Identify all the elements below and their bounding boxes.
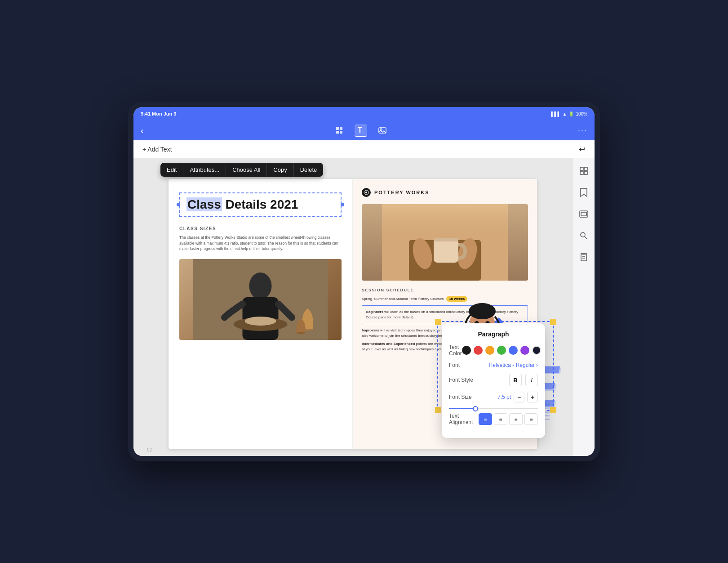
color-dark[interactable] — [532, 346, 541, 355]
font-increase-button[interactable]: + — [527, 392, 538, 402]
svg-rect-42 — [581, 212, 586, 216]
context-edit[interactable]: Edit — [160, 163, 183, 177]
intermediates-bold: Intermediates and Experienced — [362, 342, 415, 346]
battery-percent: 100% — [576, 112, 587, 116]
title-box[interactable]: Class Details 2021 — [179, 192, 342, 217]
color-red[interactable] — [474, 346, 483, 355]
pottery-image — [362, 204, 528, 281]
session-text: Spring, Summer and Autumn Term Pottery C… — [362, 297, 444, 301]
right-sidebar — [572, 158, 595, 456]
font-label: Font — [449, 362, 460, 368]
svg-rect-18 — [382, 204, 508, 240]
align-left-button[interactable]: ≡ — [479, 413, 492, 425]
align-buttons: ≡ ≡ ≡ ≡ — [479, 413, 538, 425]
page-title: Class Details 2021 — [186, 198, 334, 212]
color-purple[interactable] — [520, 346, 529, 355]
status-time: 9:41 Mon Jun 3 — [141, 111, 176, 116]
pottery-photo — [179, 259, 342, 340]
device-screen: 9:41 Mon Jun 3 ▌▌▌ ▲ 🔋 100% ‹ T — [133, 107, 595, 456]
paragraph-panel: Paragraph Text Color — [442, 323, 545, 438]
pottery-name: POTTERY WORKS — [374, 190, 430, 195]
search-icon[interactable] — [577, 228, 591, 243]
font-row: Font Helvetica - Regular › — [449, 362, 538, 368]
device-frame: 9:41 Mon Jun 3 ▌▌▌ ▲ 🔋 100% ‹ T — [128, 102, 600, 461]
improvers-bold: Improvers — [362, 328, 379, 332]
slider-fill — [449, 408, 475, 409]
slider-thumb — [473, 406, 478, 411]
font-size-slider[interactable] — [449, 408, 538, 409]
nav-bar: ‹ T — [133, 121, 595, 140]
more-button[interactable]: ··· — [578, 126, 587, 135]
back-button[interactable]: ‹ — [141, 125, 144, 136]
svg-point-43 — [581, 232, 585, 237]
context-attributes[interactable]: Attributes... — [183, 163, 226, 177]
document-area: Edit Attributes... Choose All Copy Delet… — [133, 158, 572, 456]
battery-icon: 🔋 — [568, 112, 574, 116]
svg-rect-38 — [584, 167, 587, 170]
context-menu: Edit Attributes... Choose All Copy Delet… — [160, 163, 323, 177]
session-heading: SESSION SCHEDULE — [362, 288, 528, 292]
text-align-row: Text Alignment ≡ ≡ ≡ ≡ — [449, 413, 538, 425]
font-style-label: Font Style — [449, 377, 473, 383]
pottery-logo — [362, 188, 371, 197]
svg-point-4 — [249, 273, 272, 299]
layers-icon[interactable] — [577, 207, 591, 221]
title-word-class: Class — [186, 197, 222, 211]
svg-point-27 — [469, 303, 496, 319]
context-copy[interactable]: Copy — [267, 163, 293, 177]
frame-corner-br — [550, 407, 556, 413]
status-icons: ▌▌▌ ▲ 🔋 100% — [551, 112, 587, 116]
svg-text:T: T — [358, 126, 362, 134]
beginners-bold: Beginners — [366, 310, 383, 314]
color-blue[interactable] — [509, 346, 518, 355]
color-swatches — [462, 346, 541, 355]
align-center-button[interactable]: ≡ — [494, 413, 507, 425]
nav-tools: T — [333, 124, 389, 137]
bookmark-icon[interactable] — [577, 185, 591, 200]
font-size-row: Font Size 7.5 pt − + — [449, 392, 538, 402]
text-align-label: Text Alignment — [449, 413, 479, 425]
font-decrease-button[interactable]: − — [514, 392, 524, 402]
font-style-row: Font Style B I — [449, 374, 538, 386]
context-delete[interactable]: Delete — [294, 163, 324, 177]
undo-button[interactable]: ↩ — [579, 144, 586, 154]
text-color-label: Text Color — [449, 344, 462, 357]
grid-icon[interactable] — [577, 164, 591, 178]
svg-rect-16 — [434, 238, 458, 263]
text-color-row: Text Color — [449, 344, 538, 357]
add-text-button[interactable]: + Add Text — [142, 146, 172, 153]
svg-rect-39 — [580, 171, 583, 174]
pottery-header: POTTERY WORKS — [362, 188, 528, 197]
bold-button[interactable]: B — [509, 374, 522, 386]
signal-icon: ▌▌▌ — [551, 112, 560, 116]
color-green[interactable] — [497, 346, 506, 355]
main-content: Edit Attributes... Choose All Copy Delet… — [133, 158, 595, 456]
color-black[interactable] — [462, 346, 471, 355]
title-rest: Details 2021 — [222, 197, 298, 211]
svg-point-11 — [365, 192, 367, 193]
svg-line-44 — [585, 237, 587, 239]
add-text-bar: + Add Text ↩ — [133, 140, 595, 158]
font-value[interactable]: Helvetica - Regular › — [489, 362, 538, 368]
font-size-value: 7.5 pt — [497, 394, 511, 400]
font-style-buttons: B I — [509, 374, 538, 386]
align-justify-button[interactable]: ≡ — [524, 413, 538, 425]
color-orange[interactable] — [485, 346, 494, 355]
slider-track — [449, 408, 538, 409]
font-size-label: Font Size — [449, 394, 472, 400]
frame-corner-tr — [550, 319, 556, 325]
frame-corner-bl — [435, 407, 441, 413]
frame-corner-tl — [435, 319, 441, 325]
text-tool[interactable]: T — [355, 124, 367, 137]
status-bar: 9:41 Mon Jun 3 ▌▌▌ ▲ 🔋 100% — [133, 107, 595, 121]
book-icon[interactable] — [577, 250, 591, 264]
svg-point-7 — [245, 317, 276, 326]
align-right-button[interactable]: ≡ — [509, 413, 523, 425]
font-size-controls: 7.5 pt − + — [497, 392, 538, 402]
italic-button[interactable]: I — [525, 374, 538, 386]
shapes-tool[interactable] — [333, 124, 346, 137]
panel-title: Paragraph — [449, 331, 538, 338]
page-left: Class Details 2021 CLASS SIZES The class… — [169, 179, 353, 449]
context-choose-all[interactable]: Choose All — [226, 163, 267, 177]
image-tool[interactable] — [376, 124, 389, 137]
